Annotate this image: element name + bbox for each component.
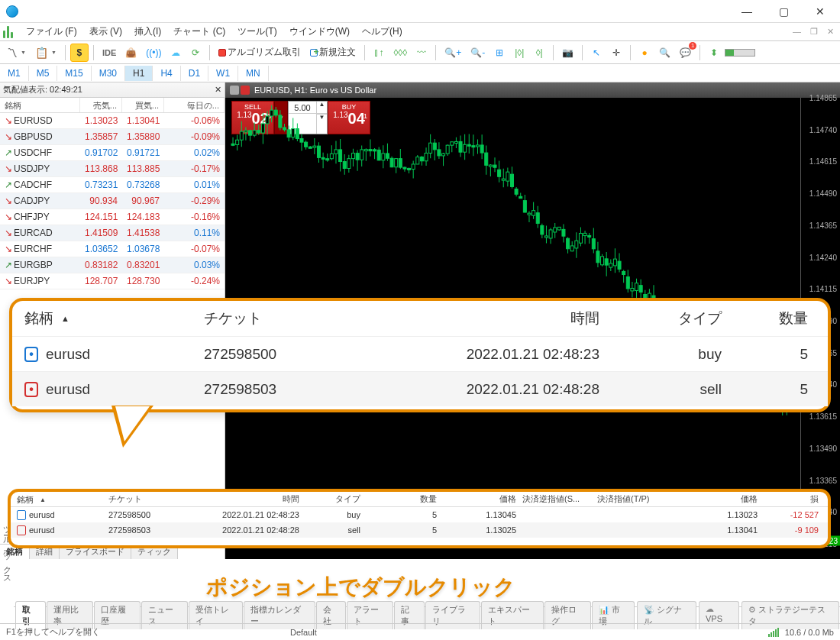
timeframe-MN[interactable]: MN [238,66,269,81]
status-profile[interactable]: Default [290,628,317,637]
mw-col-daily[interactable]: 毎日の... [164,98,225,112]
mw-col-ask[interactable]: 買気... [122,98,164,112]
position-row[interactable]: •eurusd2725985032022.01.21 02:48:28sell5 [12,371,828,406]
svg-rect-37 [309,147,312,148]
chart-flag-icon[interactable] [241,86,250,95]
svg-rect-145 [541,225,544,234]
signals-button[interactable]: ((•)) [142,44,165,62]
chart-wizard-button[interactable]: 〽▼ [3,44,30,62]
reports-button[interactable]: 📋▼ [31,44,60,62]
timeframe-D1[interactable]: D1 [181,66,208,81]
svg-rect-5 [240,131,243,140]
market-watch-row[interactable]: ↘GBPUSD1.358571.35880-0.09% [0,129,225,145]
shift-button[interactable]: |◊| [510,44,528,62]
scol-price[interactable]: 価格 [437,493,516,506]
svg-rect-179 [613,259,616,266]
market-watch-row[interactable]: ↘EURCHF1.036521.03678-0.07% [0,241,225,257]
menu-item[interactable]: ファイル (F) [20,24,83,40]
autoscroll-button[interactable]: ◊| [530,44,548,62]
market-watch-row[interactable]: ↘CHFJPY124.151124.183-0.16% [0,209,225,225]
market-watch-row[interactable]: ↘EURCAD1.415091.415380.11% [0,225,225,241]
market-watch-row[interactable]: ↘CADJPY90.93490.967-0.29% [0,193,225,209]
cursor-button[interactable]: ↖ [587,44,606,62]
vps-button[interactable]: ☁ [166,44,185,62]
zoom-out-button[interactable]: 🔍- [467,44,489,62]
market-watch-row[interactable]: ↗EURGBP0.831820.832010.03% [0,257,225,273]
market-watch-row[interactable]: ↘USDJPY113.868113.885-0.17% [0,161,225,177]
market-watch-row[interactable]: ↗USDCHF0.917020.917210.02% [0,145,225,161]
zoom-in-button[interactable]: 🔍+ [441,44,465,62]
levels-button[interactable]: ⬍ [705,44,723,62]
scol-sl[interactable]: 決済逆指値(S... [516,493,597,506]
line-chart-button[interactable]: 〰 [412,44,431,62]
market-watch-row[interactable]: ↗CADCHF0.732310.732680.01% [0,177,225,193]
svg-rect-97 [438,150,441,156]
position-row[interactable]: eurusd2725985032022.01.21 02:48:28sell51… [11,522,828,538]
col-type[interactable]: タイプ [612,301,734,335]
trend-up-icon: ↗ [5,179,11,190]
col-ticket[interactable]: チケット [192,301,405,335]
timeframe-M15[interactable]: M15 [57,66,91,81]
main-toolbar: 〽▼ 📋▼ $ IDE 👜 ((•)) ☁ ⟳ アルゴリズム取引 +新規注文 ⫿… [0,41,840,64]
market-watch-row[interactable]: ↘EURJPY128.707128.730-0.24% [0,273,225,289]
col-time[interactable]: 時間 [405,301,612,335]
menu-item[interactable]: 表示 (V) [83,24,128,40]
col-qty[interactable]: 数量 [734,301,828,335]
mdi-close-button[interactable]: ✕ [824,27,837,37]
bar-chart-button[interactable]: ⫿↑ [370,44,388,62]
screenshot-button[interactable]: 📷 [558,44,577,62]
chart-tile-icon[interactable] [230,86,239,95]
close-button[interactable]: ✕ [806,0,834,23]
timeframe-M5[interactable]: M5 [29,66,58,81]
svg-rect-123 [493,165,496,167]
timeframe-M30[interactable]: M30 [92,66,125,81]
scol-qty[interactable]: 数量 [360,493,437,506]
candle-chart-button[interactable]: ◊◊◊ [389,44,411,62]
scol-type[interactable]: タイプ [299,493,360,506]
menu-item[interactable]: 挿入(I) [128,24,167,40]
dollar-button[interactable]: $ [70,44,89,62]
menu-item[interactable]: ツール(T) [231,24,283,40]
mt5-logo-icon [3,26,15,38]
menu-item[interactable]: ウインドウ(W) [283,24,356,40]
position-row[interactable]: •eurusd2725985002022.01.21 02:48:23buy5 [12,336,828,371]
market-button[interactable]: 👜 [121,44,141,62]
search-button[interactable]: 🔍 [655,44,674,62]
mdi-restore-button[interactable]: ❐ [807,27,821,37]
maximize-button[interactable]: ▢ [770,0,797,23]
menu-item[interactable]: ヘルプ(H) [356,24,409,40]
market-watch-close-button[interactable]: ✕ [215,85,221,95]
timeframe-H4[interactable]: H4 [153,66,180,81]
chart-title-bar: EURUSD, H1: Euro vs US Dollar [225,82,840,98]
refresh-button[interactable]: ⟳ [186,44,205,62]
chart-title: EURUSD, H1: Euro vs US Dollar [254,86,376,95]
market-watch-row[interactable]: ↘EURUSD1.130231.13041-0.06% [0,113,225,129]
status-connection[interactable]: 10.6 / 0.0 Mb [785,628,834,637]
scol-price2[interactable]: 価格 [681,493,758,506]
mw-col-bid[interactable]: 売気... [80,98,122,112]
scol-loss[interactable]: 損 [758,493,828,506]
svg-rect-23 [279,115,282,128]
mw-col-symbol[interactable]: 銘柄 [0,98,80,112]
balance-icon[interactable]: ● [635,44,654,62]
timeframe-H1[interactable]: H1 [125,66,153,81]
algo-trading-button[interactable]: アルゴリズム取引 [215,44,305,62]
mdi-minimize-button[interactable]: — [790,27,804,37]
tile-button[interactable]: ⊞ [490,44,509,62]
scol-ticket[interactable]: チケット [108,493,177,506]
svg-rect-141 [532,211,535,216]
timeframe-W1[interactable]: W1 [208,66,238,81]
scol-time[interactable]: 時間 [177,493,299,506]
ide-button[interactable]: IDE [99,44,120,62]
new-order-button[interactable]: +新規注文 [306,44,360,62]
col-symbol[interactable]: 銘柄▲ [12,301,192,335]
minimize-button[interactable]: — [733,0,761,23]
svg-rect-61 [360,150,363,160]
notification-button[interactable]: 💬 [676,44,695,62]
menu-item[interactable]: チャート (C) [167,24,231,40]
scol-tp[interactable]: 決済指値(T/P) [597,493,681,506]
crosshair-button[interactable]: ✛ [607,44,625,62]
timeframe-M1[interactable]: M1 [0,66,29,81]
position-row[interactable]: eurusd2725985002022.01.21 02:48:23buy51.… [11,507,828,522]
scol-symbol[interactable]: 銘柄▲ [11,493,108,506]
